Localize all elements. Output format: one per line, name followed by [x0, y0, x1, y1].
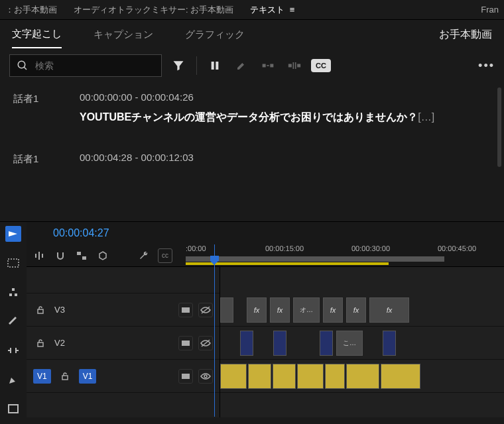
clip[interactable]	[240, 331, 253, 356]
wrench-button[interactable]	[137, 248, 151, 263]
clip[interactable]: fx	[323, 297, 343, 323]
track-content[interactable]: fx fx オ… fx fx fx こ…	[220, 267, 504, 417]
tab-fran[interactable]: Fran	[481, 5, 499, 15]
current-timecode[interactable]: 00:00:04:27	[53, 227, 109, 239]
pause-icon	[210, 60, 220, 71]
svg-rect-5	[270, 64, 273, 68]
clip[interactable]	[383, 331, 396, 356]
clip[interactable]	[320, 331, 333, 356]
edit-button[interactable]	[231, 56, 251, 76]
clip[interactable]: fx	[247, 297, 267, 323]
ruler-tick: 00:00:15:00	[265, 244, 304, 252]
search-icon	[17, 60, 29, 72]
time-ruler[interactable]: :00:00 00:00:15:00 00:00:30:00 00:00:45:…	[186, 244, 504, 267]
clip[interactable]: fx	[369, 297, 409, 323]
ruler-tick: 00:00:45:00	[438, 244, 476, 252]
slip-icon	[7, 346, 19, 354]
clip[interactable]	[273, 364, 296, 389]
merge-icon	[261, 60, 275, 71]
selection-tool[interactable]	[5, 226, 21, 242]
lock-icon	[60, 372, 70, 381]
clip[interactable]	[325, 364, 345, 389]
clip[interactable]: fx	[346, 297, 366, 323]
merge-button[interactable]	[258, 56, 278, 76]
filter-button[interactable]	[168, 56, 188, 76]
track-spacer	[27, 267, 220, 293]
scrollbar[interactable]	[497, 87, 501, 167]
search-field[interactable]	[9, 54, 162, 77]
slip-tool[interactable]	[5, 343, 21, 358]
tab-graphic[interactable]: グラフィック	[185, 22, 245, 48]
linked-selection-button[interactable]	[74, 248, 89, 263]
clip[interactable]	[297, 364, 324, 389]
svg-line-1	[24, 67, 27, 70]
razor-tool[interactable]	[5, 313, 21, 329]
marquee-icon	[7, 258, 19, 268]
playhead[interactable]	[214, 244, 215, 417]
cc-timeline-button[interactable]: cc	[158, 248, 172, 263]
workspace-tab-bar: ：お手本動画 オーディオトラックミキサー: お手本動画 テキスト ≡ Fran	[0, 0, 504, 20]
track-select-tool[interactable]	[5, 255, 21, 271]
svg-rect-10	[295, 62, 296, 69]
lock-toggle[interactable]	[58, 369, 72, 384]
svg-rect-26	[182, 307, 190, 313]
lock-toggle[interactable]	[33, 336, 48, 350]
snap-button[interactable]	[53, 248, 68, 263]
rectangle-tool[interactable]	[5, 401, 21, 417]
svg-rect-9	[293, 62, 294, 69]
clip[interactable]: こ…	[336, 331, 363, 356]
visibility-toggle[interactable]	[198, 303, 213, 317]
clip[interactable]	[381, 364, 420, 389]
sync-lock-toggle[interactable]	[178, 369, 193, 384]
film-icon	[181, 306, 190, 314]
tab-transcription[interactable]: 文字起こし	[12, 21, 62, 48]
text-panel-tabs: 文字起こし キャプション グラフィック お手本動画	[0, 20, 504, 49]
transcript-row[interactable]: 話者1 00:00:00:00 - 00:00:04:26 YOUTUBEチャン…	[13, 91, 491, 125]
tab-sequence[interactable]: ：お手本動画	[5, 4, 57, 16]
film-icon	[181, 339, 190, 347]
svg-rect-31	[62, 376, 68, 380]
timeline-panel: 00:00:04:27 cc :00:00 00:00:15:00 00:00:…	[0, 221, 504, 417]
more-options-button[interactable]: •••	[478, 59, 495, 73]
sync-lock-toggle[interactable]	[178, 303, 193, 317]
track-header-v1[interactable]: V1 V1	[27, 360, 220, 393]
marker-button[interactable]	[95, 248, 110, 263]
svg-rect-29	[182, 341, 190, 346]
insert-mode-button[interactable]	[32, 248, 46, 263]
track-header-v2[interactable]: V2	[27, 327, 220, 360]
tab-audio-mixer[interactable]: オーディオトラックミキサー: お手本動画	[74, 4, 233, 16]
pen-icon	[8, 374, 19, 385]
separator	[196, 56, 197, 75]
visibility-toggle[interactable]	[198, 369, 213, 384]
search-input[interactable]	[35, 60, 155, 71]
tab-text[interactable]: テキスト ≡	[250, 4, 293, 16]
sequence-title: お手本動画	[439, 28, 492, 42]
clip[interactable]	[346, 364, 379, 389]
transcript-row[interactable]: 話者1 00:00:04:28 - 00:00:12:03	[13, 152, 491, 170]
pause-segment-button[interactable]	[205, 56, 225, 76]
svg-rect-6	[267, 65, 269, 66]
segment-timecode: 00:00:04:28 - 00:00:12:03	[80, 152, 491, 163]
clip[interactable]	[220, 364, 247, 389]
ripple-tool[interactable]	[5, 284, 21, 300]
pen-tool[interactable]	[5, 372, 21, 388]
track-header-v3[interactable]: V3	[27, 293, 220, 327]
visibility-toggle[interactable]	[198, 336, 213, 350]
clip[interactable]: fx	[270, 297, 290, 323]
segment-text[interactable]: YOUTUBEチャンネルの運営やデータ分析でお困りではありませんか？[…]	[80, 109, 491, 125]
source-patch-v1[interactable]: V1	[33, 369, 51, 384]
timeline-main: 00:00:04:27 cc :00:00 00:00:15:00 00:00:…	[27, 222, 504, 417]
clip[interactable]	[248, 364, 271, 389]
tab-caption[interactable]: キャプション	[94, 22, 153, 48]
clip[interactable]	[220, 297, 233, 323]
transcript-toolbar: CC •••	[0, 49, 504, 82]
target-track-v1[interactable]: V1	[79, 369, 97, 384]
split-button[interactable]	[284, 56, 304, 76]
clip[interactable]: オ…	[293, 297, 320, 323]
track-row-v1	[220, 360, 504, 393]
lock-toggle[interactable]	[33, 303, 48, 317]
clip[interactable]	[273, 331, 286, 356]
cc-button[interactable]: CC	[311, 56, 331, 76]
panel-menu-icon[interactable]: ≡	[290, 5, 294, 15]
sync-lock-toggle[interactable]	[178, 336, 193, 350]
